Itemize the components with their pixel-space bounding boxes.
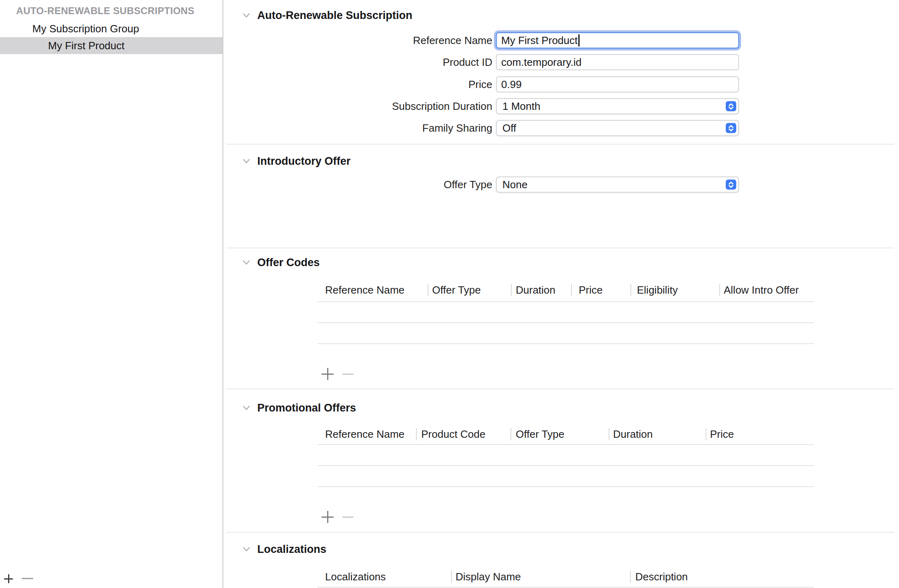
section-divider xyxy=(226,388,894,389)
family-sharing-label: Family Sharing xyxy=(422,120,492,136)
column-separator xyxy=(571,284,572,296)
column-header-localizations[interactable]: Localizations xyxy=(325,569,386,584)
column-header-description[interactable]: Description xyxy=(635,569,688,584)
section-title: Introductory Offer xyxy=(257,155,351,168)
column-separator xyxy=(511,284,512,296)
column-header-reference-name[interactable]: Reference Name xyxy=(325,282,405,298)
sidebar-add-button plus-icon[interactable] xyxy=(4,574,13,583)
promotional-offers-remove-button minus-icon[interactable] xyxy=(342,517,353,518)
product-id-label: Product ID xyxy=(443,54,492,70)
section-header-offer-codes: Offer Codes xyxy=(242,256,320,269)
reference-name-value: My First Product xyxy=(501,34,578,46)
chevron-down-icon[interactable] xyxy=(242,544,251,554)
section-header-introductory-offer: Introductory Offer xyxy=(242,154,351,168)
table-header-underline xyxy=(317,444,814,445)
column-separator xyxy=(719,284,720,296)
offer-type-label: Offer Type xyxy=(444,176,492,193)
sidebar-section-label: AUTO-RENEWABLE SUBSCRIPTIONS xyxy=(16,5,194,17)
price-input[interactable]: 0.99 xyxy=(496,76,739,92)
price-value: 0.99 xyxy=(501,78,522,90)
column-header-offer-type[interactable]: Offer Type xyxy=(516,426,564,442)
column-separator xyxy=(416,428,417,440)
chevron-down-icon[interactable] xyxy=(242,156,251,166)
column-header-duration[interactable]: Duration xyxy=(613,426,653,442)
sidebar-remove-button minus-icon[interactable] xyxy=(22,578,33,579)
sidebar: AUTO-RENEWABLE SUBSCRIPTIONS My Subscrip… xyxy=(0,0,223,588)
offer-codes-remove-button minus-icon[interactable] xyxy=(342,374,353,375)
table-row-line xyxy=(317,343,814,344)
price-label: Price xyxy=(468,76,492,92)
popup-stepper-icon xyxy=(726,123,736,133)
product-id-input[interactable]: com.temporary.id xyxy=(496,54,739,70)
section-header-auto-renewable: Auto-Renewable Subscription xyxy=(242,8,412,22)
column-separator xyxy=(706,428,706,440)
text-caret xyxy=(578,34,580,46)
offer-type-value: None xyxy=(502,178,527,191)
popup-stepper-icon xyxy=(726,101,736,111)
chevron-down-icon[interactable] xyxy=(242,403,251,413)
chevron-down-icon[interactable] xyxy=(242,10,251,20)
offer-codes-add-button plus-icon[interactable] xyxy=(321,368,334,380)
column-header-display-name[interactable]: Display Name xyxy=(456,569,521,584)
column-header-product-code[interactable]: Product Code xyxy=(421,426,485,442)
column-header-offer-type[interactable]: Offer Type xyxy=(432,282,481,298)
section-divider xyxy=(226,248,894,248)
section-title: Localizations xyxy=(257,543,326,556)
table-row-line xyxy=(317,486,814,487)
family-sharing-value: Off xyxy=(502,122,516,134)
chevron-down-icon[interactable] xyxy=(242,258,251,267)
section-header-promotional-offers: Promotional Offers xyxy=(242,401,356,415)
table-header-underline xyxy=(317,301,814,302)
column-header-duration[interactable]: Duration xyxy=(516,282,555,298)
subscription-duration-label: Subscription Duration xyxy=(392,98,492,114)
column-separator xyxy=(510,428,511,440)
section-title: Promotional Offers xyxy=(257,402,356,414)
table-header-underline xyxy=(317,587,814,588)
table-row-line xyxy=(317,322,814,323)
sidebar-item-subscription-group[interactable]: My Subscription Group xyxy=(32,20,139,37)
reference-name-label: Reference Name xyxy=(413,32,492,48)
column-separator xyxy=(451,571,452,583)
family-sharing-select[interactable]: Off xyxy=(496,120,739,136)
subscription-duration-select[interactable]: 1 Month xyxy=(496,98,739,114)
column-separator xyxy=(428,284,428,296)
reference-name-input[interactable]: My First Product xyxy=(496,32,739,48)
table-row-line xyxy=(317,465,814,466)
column-header-price[interactable]: Price xyxy=(710,426,734,442)
section-header-localizations: Localizations xyxy=(242,542,326,556)
section-title: Auto-Renewable Subscription xyxy=(257,9,412,22)
promotional-offers-add-button plus-icon[interactable] xyxy=(321,511,334,523)
column-header-price[interactable]: Price xyxy=(579,282,603,298)
column-header-eligibility[interactable]: Eligibility xyxy=(637,282,678,298)
column-header-reference-name[interactable]: Reference Name xyxy=(325,426,405,442)
column-separator xyxy=(630,284,631,296)
popup-stepper-icon xyxy=(726,180,736,190)
section-divider xyxy=(226,532,894,533)
product-id-value: com.temporary.id xyxy=(501,56,582,68)
column-separator xyxy=(630,571,631,583)
sidebar-item-first-product[interactable]: My First Product xyxy=(0,37,223,54)
subscription-duration-value: 1 Month xyxy=(502,100,540,112)
section-title: Offer Codes xyxy=(257,256,320,269)
offer-type-select[interactable]: None xyxy=(496,176,739,193)
section-divider xyxy=(226,144,894,145)
sidebar-item-label: My First Product xyxy=(48,37,124,54)
column-separator xyxy=(609,428,609,440)
column-header-allow-intro-offer[interactable]: Allow Intro Offer xyxy=(724,282,799,298)
